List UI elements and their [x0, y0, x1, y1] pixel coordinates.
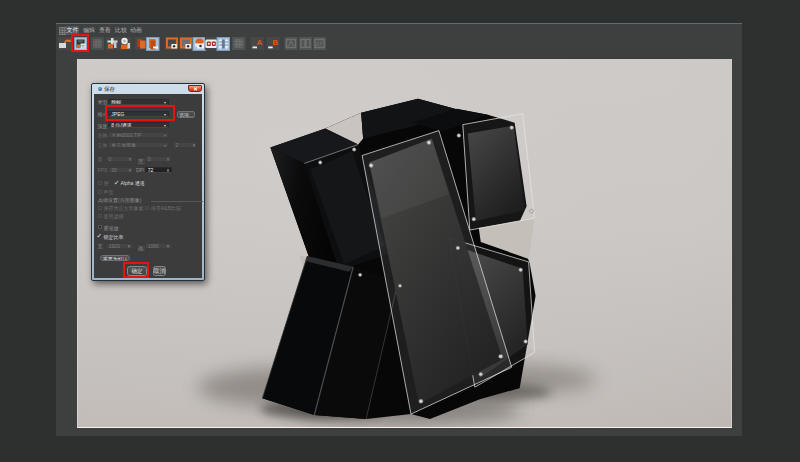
svg-text:A: A	[257, 38, 263, 47]
svg-text:B: B	[272, 38, 278, 47]
